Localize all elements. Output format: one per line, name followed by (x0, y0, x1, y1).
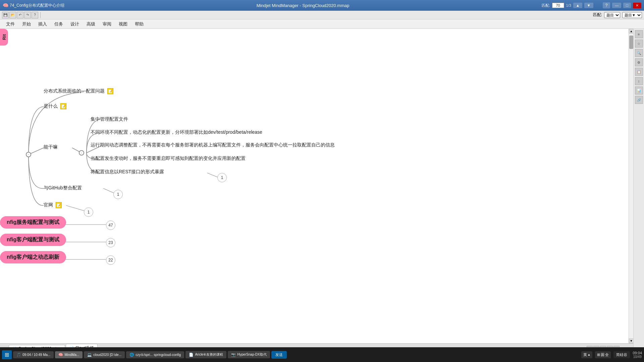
start-button[interactable]: ⊞ (2, 350, 12, 359)
taskbar: ⊞ 🎵 09:04 / 10:49 Ma... 🧠 MindMa... 💻 cl… (0, 347, 644, 362)
scroll-thumb[interactable] (629, 36, 633, 49)
clock: 09:04 10/49 (633, 351, 642, 359)
taskbar-app-browser[interactable]: 🌐 czy⑤/spri... springcloud-config (126, 351, 184, 358)
toolbar-icon-help[interactable]: ? (32, 12, 38, 18)
maximize-btn[interactable]: □ (623, 3, 631, 8)
toolbar-icon-save[interactable]: 💾 (2, 12, 9, 18)
canvas: Rit − 分布式系统面临的---配置问题 📝 是什么 📝 能干嘛 − 集中管理… (0, 29, 633, 352)
node-config-change: 当配置发生变动时，服务不需要重启即可感知到配置的变化并应用新的配置 (91, 156, 246, 162)
menu-review[interactable]: 审阅 (99, 20, 115, 28)
toolbar-label: 74_Config分布式配置中心介绍 (10, 3, 64, 8)
close-btn[interactable]: ✕ (633, 3, 641, 8)
menu-view[interactable]: 视图 (115, 20, 131, 28)
badge-p3[interactable]: 22 (106, 255, 115, 265)
help-btn[interactable]: ? (603, 2, 610, 8)
scroll-up-btn[interactable]: ▲ (629, 29, 634, 34)
menu-design[interactable]: 设计 (67, 20, 83, 28)
node-runtime-adjust: 运行期间动态调整配置，不再需要在每个服务部署的机器上编写配置文件，服务会向配置中… (91, 142, 335, 148)
titlebar-controls: 匹配: 1/3 ▲ ▼ ? — □ ✕ (542, 2, 641, 8)
pink-node-dynamic-refresh[interactable]: nfig客户端之动态刷新 (0, 251, 66, 263)
toolbar-icon-redo[interactable]: ↷ (24, 12, 31, 18)
vertical-scrollbar: ▲ ▼ (629, 29, 633, 343)
rp-icon-8[interactable]: 🔗 (635, 96, 643, 104)
toolbar-icons-row: 💾 📂 ↶ ↷ ? 匹配: 题目 题目▼ (0, 11, 644, 19)
mindmap-lines (0, 29, 633, 352)
pink-node-server-config[interactable]: nfig服务端配置与测试 (0, 216, 66, 229)
page-next-btn[interactable]: ▼ (584, 3, 593, 8)
menu-advanced[interactable]: 高级 (83, 20, 99, 28)
rp-icon-6[interactable]: ↕ (635, 77, 643, 85)
menubar: 文件 开始 插入 任务 设计 高级 审阅 视图 帮助 (0, 19, 644, 29)
badge-github[interactable]: 1 (113, 190, 123, 199)
zoom-input[interactable] (552, 3, 564, 8)
menu-task[interactable]: 任务 (51, 20, 66, 28)
menu-start[interactable]: 开始 (19, 20, 34, 28)
rp-icon-4[interactable]: ⚙ (635, 58, 643, 66)
quality-select[interactable]: 题目▼ (622, 12, 642, 18)
rp-icon-5[interactable]: 📋 (635, 68, 643, 76)
view-select[interactable]: 题目 (604, 12, 620, 18)
note-icon-0[interactable]: 📝 (107, 88, 113, 94)
note-icon-1[interactable]: 📝 (60, 103, 66, 109)
titlebar-left: 🧠 74_Config分布式配置中心介绍 (3, 3, 64, 8)
node-central-config: 集中管理配置文件 (91, 116, 128, 122)
menu-help[interactable]: 帮助 (131, 20, 147, 28)
note-icon-10[interactable]: 📝 (56, 202, 62, 208)
taskbar-app-media[interactable]: 🎵 09:04 / 10:49 Ma... (13, 351, 54, 358)
scroll-down-btn[interactable]: ▼ (629, 339, 634, 343)
badge-official[interactable]: 1 (84, 207, 93, 217)
window-title: Mindjet MindManager - SpringCloud2020.mm… (257, 3, 350, 8)
node-distributed-problem: 分布式系统面临的---配置问题 📝 (44, 88, 113, 94)
ime-switcher[interactable]: ⊞ 圆 全 (595, 351, 611, 358)
right-panel: ≡ ☆ 🔍 ⚙ 📋 ↕ 📊 🔗 (633, 29, 644, 352)
rp-icon-1[interactable]: ≡ (635, 30, 643, 38)
rp-icon-2[interactable]: ☆ (635, 40, 643, 48)
node-different-env: 不同环境不同配置，动态化的配置更新，分环境部署比如dev/test/prod/b… (91, 129, 262, 135)
page-info: 1/3 (566, 3, 571, 7)
node-can-do: 能干嘛 (44, 144, 58, 150)
node-rest-api: 将配置信息以REST接口的形式暴露 (91, 169, 164, 175)
view-label: 匹配: (593, 12, 602, 18)
left-root-node[interactable]: Rit (0, 29, 8, 46)
badge-p1[interactable]: 47 (106, 221, 115, 230)
ime-box[interactable]: 简硅谷 (613, 351, 630, 358)
menu-insert[interactable]: 插入 (35, 20, 50, 28)
badge-rest-api[interactable]: 1 (217, 173, 227, 182)
page-prev-btn[interactable]: ▲ (573, 3, 582, 8)
badge-p2[interactable]: 23 (106, 238, 115, 247)
app-icon: 🧠 (3, 3, 8, 8)
taskbar-app-hypersnap[interactable]: 📷 HyperSnap-DX取代 (228, 351, 270, 358)
language-switcher[interactable]: 英 ▲ (581, 351, 593, 358)
taskbar-app-article[interactable]: 📄 Aricle⑥友善的课程 (185, 351, 226, 358)
center-collapse[interactable]: − (26, 152, 31, 157)
sub-collapse-can-do[interactable]: − (79, 150, 84, 156)
mindmap: Rit − 分布式系统面临的---配置问题 📝 是什么 📝 能干嘛 − 集中管理… (0, 29, 633, 352)
rp-icon-3[interactable]: 🔍 (635, 49, 643, 57)
send-button[interactable]: 发送 (271, 351, 287, 359)
node-github-config: 与GitHub整合配置 (44, 185, 82, 191)
taskbar-app-mindmanager[interactable]: 🧠 MindMa... (55, 351, 83, 358)
minimize-btn[interactable]: — (612, 3, 621, 8)
toolbar-icon-open[interactable]: 📂 (9, 12, 16, 18)
node-what-is: 是什么 📝 (44, 103, 66, 109)
titlebar: 🧠 74_Config分布式配置中心介绍 Mindjet MindManager… (0, 0, 644, 11)
taskbar-app-ide[interactable]: 💻 cloud2020 [D:\de... (84, 351, 125, 358)
menu-file[interactable]: 文件 (3, 20, 18, 28)
taskbar-right: 英 ▲ ⊞ 圆 全 简硅谷 09:04 10/49 (581, 351, 642, 359)
rp-icon-7[interactable]: 📊 (635, 86, 643, 95)
toolbar-icon-undo[interactable]: ↶ (17, 12, 23, 18)
pink-node-client-config[interactable]: nfig客户端配置与测试 (0, 234, 66, 246)
node-official-site: 官网 📝 (44, 202, 62, 208)
zoom-label: 匹配: (542, 3, 550, 8)
